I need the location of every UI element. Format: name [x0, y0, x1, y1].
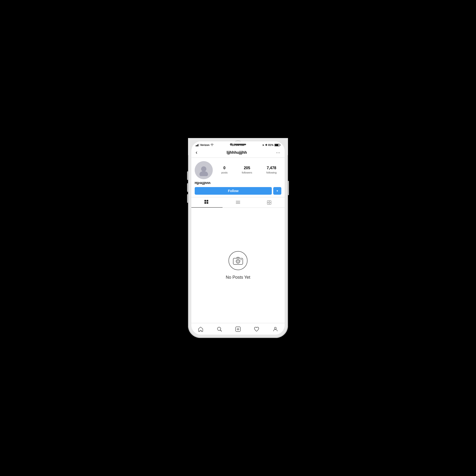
home-icon	[198, 326, 204, 332]
nav-activity[interactable]	[251, 325, 262, 333]
status-right: ➤ ✻ 81%	[262, 143, 280, 147]
svg-rect-4	[204, 202, 206, 204]
location-icon: ➤	[262, 144, 264, 146]
follow-dropdown-button[interactable]: ▾	[273, 187, 281, 195]
svg-rect-2	[204, 200, 206, 202]
more-options-button[interactable]: ···	[276, 150, 280, 155]
nav-add[interactable]	[233, 325, 243, 333]
avatar[interactable]	[195, 161, 213, 179]
list-icon	[235, 200, 241, 205]
svg-point-24	[274, 327, 276, 329]
stat-followers[interactable]: 205 followers	[242, 166, 252, 174]
svg-point-16	[236, 259, 240, 263]
profile-top: 0 posts 205 followers 7,478 following	[195, 161, 281, 179]
battery-percent: 81%	[268, 143, 273, 146]
phone-shell: Verizon 10:54 AM ➤ ✻ 81%	[188, 138, 288, 338]
profile-section: 0 posts 205 followers 7,478 following Hj…	[191, 158, 285, 197]
no-posts-text: No Posts Yet	[226, 275, 250, 280]
svg-rect-5	[206, 202, 208, 204]
search-icon	[217, 326, 222, 332]
phone-top-area	[230, 143, 246, 146]
svg-point-0	[201, 166, 206, 171]
speaker	[234, 144, 246, 145]
followers-label: followers	[242, 171, 252, 174]
nav-bar: ‹ ljjhhhujjjhh ···	[191, 148, 285, 158]
followers-count: 205	[242, 166, 252, 170]
back-button[interactable]: ‹	[196, 150, 197, 156]
empty-state-icon	[228, 251, 248, 270]
carrier-label: Verizon	[200, 143, 209, 146]
profile-username-title: ljjhhhujjjhh	[227, 151, 247, 155]
svg-rect-3	[206, 200, 208, 202]
bluetooth-icon: ✻	[265, 143, 267, 147]
nav-home[interactable]	[195, 325, 206, 333]
person-icon	[272, 326, 278, 332]
svg-line-20	[220, 330, 221, 332]
follow-button[interactable]: Follow	[195, 187, 272, 195]
svg-rect-6	[236, 201, 240, 201]
svg-point-1	[200, 171, 208, 176]
svg-point-18	[241, 259, 241, 260]
svg-rect-8	[236, 203, 240, 204]
grid-icon	[204, 200, 209, 205]
posts-count: 0	[221, 166, 227, 170]
add-icon	[235, 326, 241, 332]
tab-list[interactable]	[222, 197, 254, 207]
svg-point-17	[237, 260, 239, 262]
following-count: 7,478	[266, 166, 276, 170]
camera-icon	[233, 256, 243, 265]
stat-following[interactable]: 7,478 following	[266, 166, 276, 174]
svg-rect-7	[236, 202, 240, 203]
avatar-image	[195, 161, 213, 179]
nav-search[interactable]	[214, 325, 225, 333]
follow-row: Follow ▾	[195, 187, 281, 195]
screen: Verizon 10:54 AM ➤ ✻ 81%	[191, 141, 285, 335]
tab-tagged[interactable]	[254, 197, 285, 207]
dropdown-chevron-icon: ▾	[276, 189, 278, 192]
heart-icon	[254, 326, 259, 332]
tagged-icon	[267, 200, 272, 205]
nav-profile[interactable]	[270, 325, 281, 333]
wifi-icon	[210, 143, 214, 147]
content-area: No Posts Yet	[191, 208, 285, 323]
tab-bar	[191, 197, 285, 208]
svg-point-10	[269, 202, 270, 203]
display-name: Hjjnkjjjhhh	[195, 181, 281, 185]
signal-icon	[196, 144, 199, 146]
bottom-nav	[191, 323, 285, 335]
posts-label: posts	[221, 171, 227, 174]
battery-icon	[274, 144, 280, 146]
tab-grid[interactable]	[191, 197, 222, 207]
status-left: Verizon	[196, 143, 214, 147]
svg-rect-15	[233, 258, 243, 264]
following-label: following	[266, 171, 276, 174]
stat-posts[interactable]: 0 posts	[221, 166, 227, 174]
front-camera	[230, 143, 232, 146]
stats-row: 0 posts 205 followers 7,478 following	[217, 166, 281, 174]
